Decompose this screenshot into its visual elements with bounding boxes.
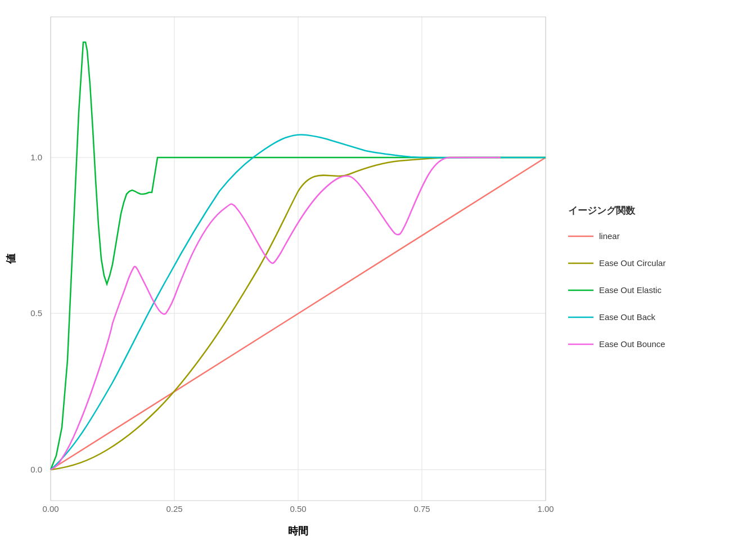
legend-label-circular: Ease Out Circular [599, 258, 665, 268]
x-tick-025: 0.25 [166, 504, 182, 514]
legend-label-linear: linear [599, 231, 620, 241]
y-axis-label: 値 [5, 253, 16, 264]
y-tick-05: 0.5 [30, 308, 42, 318]
y-tick-10: 1.0 [30, 152, 42, 162]
chart-container: 0.00 0.25 0.50 0.75 1.00 0.0 0.5 1.0 時間 … [0, 0, 756, 540]
x-tick-075: 0.75 [413, 504, 430, 514]
legend-label-elastic: Ease Out Elastic [599, 285, 662, 295]
legend-label-bounce: Ease Out Bounce [599, 339, 665, 349]
legend-title: イージング関数 [568, 205, 636, 216]
legend-label-back: Ease Out Back [599, 312, 656, 322]
x-axis-label: 時間 [288, 525, 308, 537]
x-tick-0: 0.00 [42, 504, 58, 514]
x-tick-050: 0.50 [290, 504, 306, 514]
y-tick-0: 0.0 [30, 465, 42, 474]
x-tick-100: 1.00 [537, 504, 554, 514]
